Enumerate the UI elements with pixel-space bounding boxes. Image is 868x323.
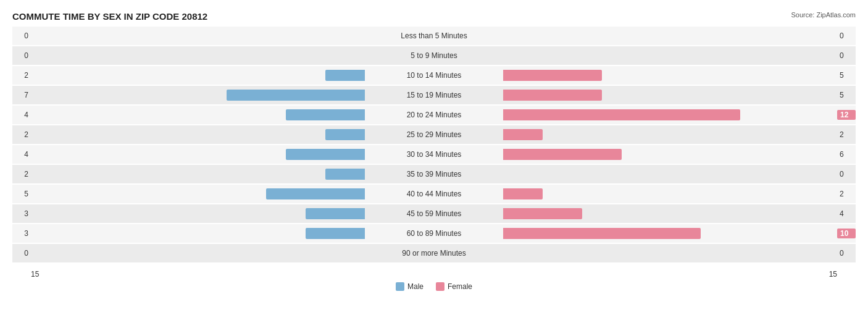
female-value: 2 — [837, 190, 856, 198]
table-row: 225 to 29 Minutes2 — [12, 125, 856, 144]
axis-right: 15 — [829, 270, 837, 279]
male-bar-container — [31, 49, 366, 62]
female-bar-container — [502, 89, 837, 101]
female-value: 0 — [837, 249, 856, 258]
row-label: 20 to 24 Minutes — [366, 111, 502, 119]
female-value: 0 — [837, 51, 856, 60]
table-row: 0Less than 5 Minutes0 — [12, 27, 856, 45]
chart-container: COMMUTE TIME BY SEX IN ZIP CODE 20812 So… — [0, 0, 868, 323]
male-bar-container — [31, 188, 366, 200]
male-bar — [306, 208, 365, 219]
female-bar-container — [502, 69, 837, 82]
table-row: 430 to 34 Minutes6 — [12, 145, 856, 164]
row-label: 35 to 39 Minutes — [366, 170, 502, 178]
table-row: 420 to 24 Minutes12 — [12, 106, 856, 124]
male-bar-container — [31, 247, 366, 259]
legend: Male Female — [12, 282, 856, 291]
female-bar — [503, 149, 622, 160]
chart-inner: 0Less than 5 Minutes005 to 9 Minutes0210… — [12, 27, 856, 267]
female-value: 5 — [837, 91, 856, 99]
male-value: 0 — [12, 31, 31, 40]
female-value: 12 — [837, 110, 856, 120]
female-value: 0 — [837, 170, 856, 178]
male-bar — [286, 109, 365, 120]
male-bar-container — [31, 208, 366, 220]
row-label: Less than 5 Minutes — [366, 31, 502, 40]
female-bar-container — [502, 168, 837, 180]
female-bar — [503, 70, 602, 81]
table-row: 05 to 9 Minutes0 — [12, 46, 856, 65]
male-bar — [306, 228, 365, 239]
row-label: 25 to 29 Minutes — [366, 130, 502, 139]
male-bar — [325, 129, 365, 140]
male-value: 0 — [12, 51, 31, 60]
row-label: 5 to 9 Minutes — [366, 51, 502, 60]
table-row: 540 to 44 Minutes2 — [12, 185, 856, 203]
male-bar-container — [31, 69, 366, 82]
female-bar-container — [502, 49, 837, 62]
female-bar — [503, 208, 582, 219]
female-bar — [503, 188, 543, 199]
row-label: 60 to 89 Minutes — [366, 229, 502, 238]
legend-female: Female — [436, 282, 472, 291]
legend-male: Male — [396, 282, 424, 291]
female-value: 6 — [837, 150, 856, 159]
table-row: 210 to 14 Minutes5 — [12, 66, 856, 85]
female-bar-container — [502, 30, 837, 42]
female-legend-box — [436, 282, 444, 291]
female-bar — [503, 129, 543, 140]
table-row: 345 to 59 Minutes4 — [12, 204, 856, 223]
row-label: 45 to 59 Minutes — [366, 209, 502, 218]
row-label: 40 to 44 Minutes — [366, 190, 502, 198]
axis-left: 15 — [31, 270, 39, 279]
table-row: 235 to 39 Minutes0 — [12, 165, 856, 183]
male-value: 4 — [12, 150, 31, 159]
male-value: 2 — [12, 170, 31, 178]
male-bar-container — [31, 168, 366, 180]
table-row: 090 or more Minutes0 — [12, 244, 856, 262]
female-bar-container — [502, 128, 837, 141]
male-value: 3 — [12, 209, 31, 218]
male-bar-container — [31, 30, 366, 42]
female-bar-container — [502, 208, 837, 220]
male-bar — [325, 70, 365, 81]
male-bar — [227, 90, 365, 101]
chart-title: COMMUTE TIME BY SEX IN ZIP CODE 20812 — [12, 11, 856, 22]
male-bar — [286, 149, 365, 160]
male-value: 7 — [12, 91, 31, 99]
male-bar-container — [31, 148, 366, 161]
male-bar — [266, 188, 365, 199]
female-value: 10 — [837, 229, 856, 238]
male-legend-box — [396, 282, 404, 291]
male-value: 5 — [12, 190, 31, 198]
male-value: 3 — [12, 229, 31, 238]
male-legend-label: Male — [407, 282, 424, 291]
female-bar-container — [502, 227, 837, 240]
male-bar-container — [31, 227, 366, 240]
row-label: 10 to 14 Minutes — [366, 71, 502, 80]
female-value: 4 — [837, 209, 856, 218]
axis-labels: 15 15 — [12, 270, 856, 279]
female-bar-container — [502, 148, 837, 161]
female-bar — [503, 228, 701, 239]
female-value: 2 — [837, 130, 856, 139]
source-text: Source: ZipAtlas.com — [791, 11, 856, 19]
female-bar-container — [502, 109, 837, 121]
row-label: 30 to 34 Minutes — [366, 150, 502, 159]
male-bar-container — [31, 89, 366, 101]
male-value: 4 — [12, 111, 31, 119]
male-value: 2 — [12, 71, 31, 80]
male-bar-container — [31, 128, 366, 141]
male-bar-container — [31, 109, 366, 121]
female-bar-container — [502, 247, 837, 259]
female-bar-container — [502, 188, 837, 200]
row-label: 15 to 19 Minutes — [366, 91, 502, 99]
male-value: 0 — [12, 249, 31, 258]
female-legend-label: Female — [448, 282, 472, 291]
male-bar — [325, 169, 365, 180]
table-row: 360 to 89 Minutes10 — [12, 224, 856, 243]
male-value: 2 — [12, 130, 31, 139]
female-bar — [503, 90, 602, 101]
table-row: 715 to 19 Minutes5 — [12, 86, 856, 104]
female-value: 0 — [837, 31, 856, 40]
